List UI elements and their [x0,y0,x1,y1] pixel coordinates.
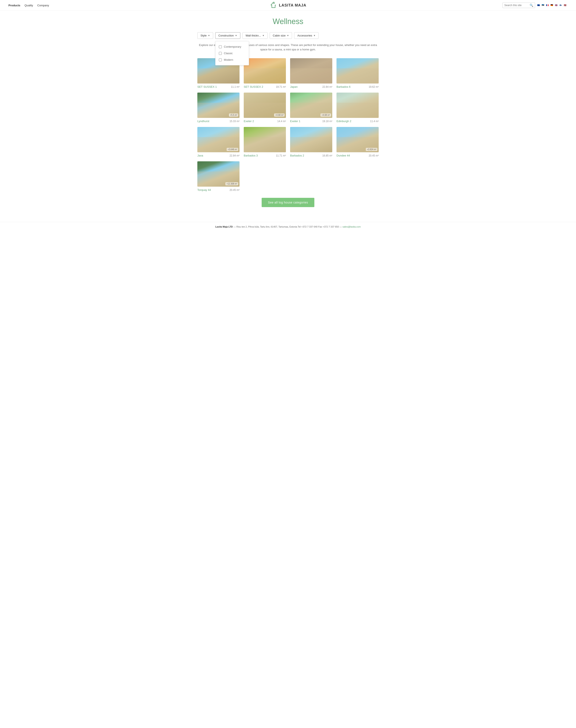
flag-lv[interactable]: 🇱🇻 [564,4,568,6]
filter-construction[interactable]: Construction ▼ [215,32,240,39]
product-size-lyndhurst: 15.33 m² [230,120,239,123]
dropdown-classic[interactable]: Classic [215,50,249,57]
product-name-set-sussex-1: SET SUSSEX 1 [197,85,217,88]
checkbox-modern[interactable] [219,58,222,61]
product-name-torquay-44: Torquay 44 [197,188,211,192]
product-card-japan[interactable]: Japan22.84 m² [290,58,332,88]
checkbox-contemporary[interactable] [219,45,222,48]
product-info-barbados-6: Barbados 619.62 m² [337,85,379,88]
chevron-down-icon: ▼ [314,34,316,37]
product-info-barbados-3: Barbados 311.71 m² [244,154,286,157]
product-info-barbados-2: Barbados 216.85 m² [290,154,332,157]
chevron-down-icon: ▼ [262,34,264,37]
product-image-edinburgh-2 [337,92,379,118]
product-card-torquay-44[interactable]: +12.308 m²Torquay 4420.45 m² [197,161,239,192]
main-content: Wellness Style ▼ Construction ▼ Contempo… [193,11,383,222]
product-name-dundee-44: Dundee 44 [337,154,350,157]
product-grid: SET SUSSEX 111.1 m²SET SUSSEX 219.71 m²J… [197,58,379,192]
flag-en[interactable]: 🇬🇧 [555,4,559,6]
product-name-edinburgh-2: Edinburgh 2 [337,119,351,123]
product-card-dundee-44[interactable]: +3.924 m²Dundee 4420.45 m² [337,127,379,157]
svg-point-0 [273,2,275,4]
product-name-set-sussex-2: SET SUSSEX 2 [244,85,263,88]
chevron-down-icon: ▼ [287,34,289,37]
product-badge-exeter-2: +4.68 m² [274,113,285,117]
product-size-dundee-44: 20.45 m² [369,154,379,157]
construction-dropdown: Contemporary Classic Modern [215,41,249,65]
dropdown-contemporary[interactable]: Contemporary [215,44,249,50]
product-image-exeter-2: +4.68 m² [244,92,286,118]
product-size-barbados-2: 16.85 m² [322,154,332,157]
product-info-set-sussex-2: SET SUSSEX 219.71 m² [244,85,286,88]
footer: Lasita Maja LTD — Risu tee 2, Pihva küla… [0,222,576,231]
nav-quality[interactable]: Quality [25,4,33,7]
nav-products[interactable]: Products [8,4,20,7]
dropdown-classic-label: Classic [224,52,233,55]
product-size-exeter-1: 19.18 m² [322,120,332,123]
flag-fi[interactable]: 🇫🇮 [559,4,563,6]
product-card-lyndhurst[interactable]: +5.5 m²Lyndhurst15.33 m² [197,92,239,123]
product-info-lyndhurst: Lyndhurst15.33 m² [197,119,239,123]
product-card-set-sussex-2[interactable]: SET SUSSEX 219.71 m² [244,58,286,88]
product-image-torquay-44: +12.308 m² [197,161,239,187]
footer-email[interactable]: sales@lasita.com [342,225,361,228]
product-size-barbados-3: 11.71 m² [276,154,286,157]
product-image-set-sussex-2 [244,58,286,84]
product-card-exeter-1[interactable]: +4.68 m²Exeter 119.18 m² [290,92,332,123]
product-info-exeter-1: Exeter 119.18 m² [290,119,332,123]
filter-wall[interactable]: Wall thickn... ▼ [242,32,267,39]
product-image-lyndhurst: +5.5 m² [197,92,239,118]
product-card-barbados-3[interactable]: Barbados 311.71 m² [244,127,286,157]
search-input[interactable] [504,4,529,7]
checkbox-classic[interactable] [219,52,222,55]
product-name-exeter-1: Exeter 1 [290,119,300,123]
product-badge-lyndhurst: +5.5 m² [229,113,238,117]
product-image-barbados-2 [290,127,332,152]
product-card-barbados-2[interactable]: Barbados 216.85 m² [290,127,332,157]
product-card-exeter-2[interactable]: +4.68 m²Exeter 214.4 m² [244,92,286,123]
product-card-barbados-6[interactable]: Barbados 619.62 m² [337,58,379,88]
product-badge-java: +3.648 m² [227,148,238,151]
dropdown-modern[interactable]: Modern [215,57,249,63]
product-size-barbados-6: 19.62 m² [369,85,379,88]
flag-eu[interactable]: 🇪🇺 [537,4,541,6]
flag-fr[interactable]: 🇫🇷 [546,4,550,6]
footer-address: — Risu tee 2, Pihva küla, Tartu linn, 61… [233,225,342,228]
search-box[interactable]: 🔍 [502,3,535,8]
nav-company[interactable]: Company [37,4,49,7]
filter-style-label: Style [201,34,207,37]
cta-section: See all log house categories [197,198,379,207]
product-name-japan: Japan [290,85,297,88]
filter-cabin-label: Cabin size [273,34,286,37]
product-image-java: +3.648 m² [197,127,239,152]
page-title: Wellness [197,17,379,26]
product-size-japan: 22.84 m² [322,85,332,88]
product-name-barbados-3: Barbados 3 [244,154,258,157]
filter-style[interactable]: Style ▼ [197,32,213,39]
product-card-java[interactable]: +3.648 m²Java22.84 m² [197,127,239,157]
header-right: 🔍 🇪🇺 🇪🇪 🇫🇷 🇩🇪 🇬🇧 🇫🇮 🇱🇻 [502,3,568,8]
product-name-lyndhurst: Lyndhurst [197,119,209,123]
filter-accessories[interactable]: Accessories ▼ [294,32,319,39]
see-all-button[interactable]: See all log house categories [262,198,314,207]
product-badge-torquay-44: +12.308 m² [225,182,238,186]
dropdown-modern-label: Modern [224,58,233,61]
chevron-down-icon: ▼ [208,34,210,37]
filters-bar: Style ▼ Construction ▼ Contemporary Clas… [197,32,379,39]
filter-cabin[interactable]: Cabin size ▼ [270,32,292,39]
header: Products Quality Company LASITA MAJA 🔍 🇪… [0,0,576,11]
product-info-torquay-44: Torquay 4420.45 m² [197,188,239,192]
product-info-japan: Japan22.84 m² [290,85,332,88]
flag-ee[interactable]: 🇪🇪 [542,4,545,6]
product-image-japan [290,58,332,84]
product-size-edinburgh-2: 11.4 m² [370,120,379,123]
flag-de[interactable]: 🇩🇪 [550,4,554,6]
product-card-edinburgh-2[interactable]: Edinburgh 211.4 m² [337,92,379,123]
logo[interactable]: LASITA MAJA [270,1,306,9]
product-info-edinburgh-2: Edinburgh 211.4 m² [337,119,379,123]
product-info-java: Java22.84 m² [197,154,239,157]
product-image-exeter-1: +4.68 m² [290,92,332,118]
product-size-exeter-2: 14.4 m² [277,120,286,123]
flags: 🇪🇺 🇪🇪 🇫🇷 🇩🇪 🇬🇧 🇫🇮 🇱🇻 [537,4,568,6]
footer-company: Lasita Maja LTD [215,225,233,228]
